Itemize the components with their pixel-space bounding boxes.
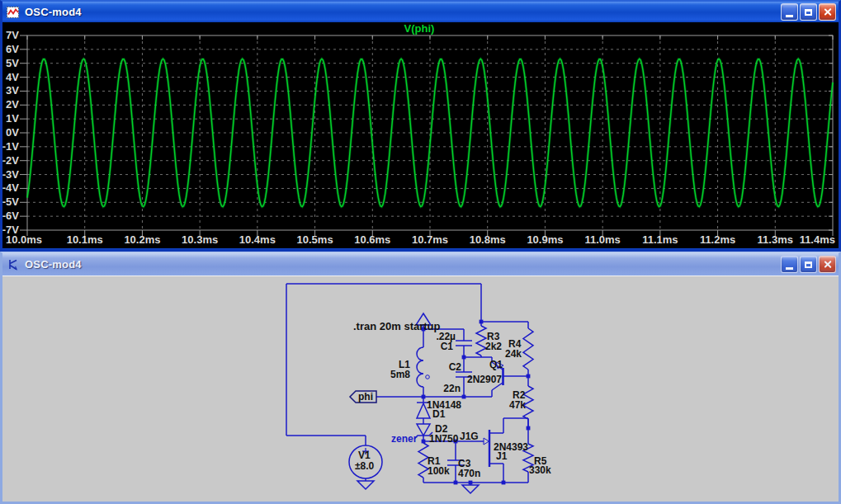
y-axis-label: 0V xyxy=(6,126,19,139)
minimize-icon xyxy=(786,267,793,270)
schematic-label[interactable]: 47k xyxy=(509,399,526,411)
x-axis-label: 10.1ms xyxy=(67,233,103,246)
schematic-label[interactable]: phi xyxy=(358,391,373,403)
x-axis-label: 10.9ms xyxy=(527,233,563,246)
x-axis-label: 10.2ms xyxy=(124,233,160,246)
inductor-phase-dot xyxy=(426,375,430,379)
junction-dot xyxy=(422,440,426,444)
schematic-window-titlebar[interactable]: OSC-mod4 xyxy=(2,253,839,276)
schematic-label[interactable]: ±8.0 xyxy=(355,460,375,472)
ground-symbol xyxy=(462,485,479,493)
schematic-label[interactable]: 5m8 xyxy=(390,369,410,380)
x-axis-label: 11.3ms xyxy=(758,233,793,246)
close-icon xyxy=(823,7,832,16)
plot-window: OSC-mod4 10.0ms10.1ms10.2ms10.3ms10.4ms1… xyxy=(0,0,841,252)
x-axis-label: 10.6ms xyxy=(354,233,390,246)
schematic-label[interactable]: 470n xyxy=(458,468,480,479)
trace-legend: V(phi) xyxy=(404,22,435,35)
y-axis-label: 4V xyxy=(6,71,19,83)
schematic-label[interactable]: Q1 xyxy=(489,359,503,370)
close-button[interactable] xyxy=(819,3,836,21)
minimize-button[interactable] xyxy=(781,3,798,21)
junction-dot xyxy=(502,481,506,485)
schematic-label[interactable]: 100k xyxy=(428,465,450,477)
schematic-window: OSC-mod4 .tran 20m startup.22µC1R32k2R42… xyxy=(0,252,841,504)
schematic-label[interactable]: 2k2 xyxy=(485,341,502,352)
junction-dot xyxy=(527,374,531,379)
schematic-label[interactable]: zener xyxy=(391,433,418,445)
y-axis-label: 6V xyxy=(6,43,19,55)
y-axis-label: -7V xyxy=(2,224,19,236)
schematic-label[interactable]: 1N750 xyxy=(429,433,459,445)
schematic-label[interactable]: D1 xyxy=(432,408,446,420)
inductor-body xyxy=(417,347,423,387)
schematic-label[interactable]: C2 xyxy=(449,361,462,373)
schematic-window-title: OSC-mod4 xyxy=(25,258,781,271)
x-axis-label: 10.3ms xyxy=(182,233,218,246)
x-axis-label: 11.1ms xyxy=(642,233,678,246)
plot-window-titlebar[interactable]: OSC-mod4 xyxy=(2,2,839,22)
schematic-label[interactable]: 22n xyxy=(443,383,461,394)
schematic-canvas[interactable]: .tran 20m startup.22µC1R32k2R424kL15m8C2… xyxy=(2,276,839,502)
schematic-label[interactable]: J1 xyxy=(496,450,508,462)
maximize-icon xyxy=(805,9,812,16)
y-axis-label: 1V xyxy=(6,112,19,125)
y-axis-label: 5V xyxy=(6,57,19,69)
schematic-label[interactable]: 2N2907 xyxy=(467,374,502,385)
junction-dot xyxy=(462,395,466,399)
schematic-label[interactable]: 24k xyxy=(505,348,522,360)
x-axis-label: 10.5ms xyxy=(297,233,333,246)
junction-dot xyxy=(462,356,466,360)
junction-dot xyxy=(454,481,458,485)
waveform-plot[interactable]: 10.0ms10.1ms10.2ms10.3ms10.4ms10.5ms10.6… xyxy=(2,22,839,248)
schematic-label[interactable]: J1G xyxy=(460,431,479,442)
schematic-edit-area[interactable]: .tran 20m startup.22µC1R32k2R424kL15m8C2… xyxy=(2,276,839,502)
junction-dot xyxy=(469,481,473,485)
y-axis-label: 3V xyxy=(6,84,19,97)
ground-symbol xyxy=(357,481,374,489)
y-axis-label: -2V xyxy=(2,154,19,167)
waveform-chart-icon xyxy=(7,6,20,19)
jfet-gate-arrow xyxy=(484,438,489,445)
schematic-label[interactable]: V1 xyxy=(358,450,371,461)
maximize-button[interactable] xyxy=(800,3,817,21)
junction-dot xyxy=(527,426,531,431)
y-axis-label: -6V xyxy=(2,210,19,222)
maximize-icon xyxy=(805,261,812,268)
close-icon xyxy=(823,260,832,269)
y-axis-label: 2V xyxy=(6,98,19,111)
junction-dot xyxy=(422,395,426,399)
y-axis-label: -1V xyxy=(2,140,19,153)
minimize-button[interactable] xyxy=(781,256,798,273)
y-axis-label: -4V xyxy=(2,181,19,194)
x-axis-label: 11.2ms xyxy=(700,233,735,246)
plot-window-title: OSC-mod4 xyxy=(25,6,781,18)
x-axis-label: 10.4ms xyxy=(239,233,276,246)
resistor-body xyxy=(523,328,533,370)
minimize-icon xyxy=(786,15,793,17)
x-axis-label: 11.0ms xyxy=(584,233,620,246)
y-axis-label: -5V xyxy=(2,195,19,208)
schematic-label[interactable]: C1 xyxy=(441,341,454,352)
y-axis-label: 7V xyxy=(6,29,19,41)
x-axis-label: 10.8ms xyxy=(470,233,506,246)
waveform-plot-area[interactable]: 10.0ms10.1ms10.2ms10.3ms10.4ms10.5ms10.6… xyxy=(2,22,839,248)
transistor-schematic-icon xyxy=(7,258,20,271)
zener-body xyxy=(417,424,430,436)
schematic-label[interactable]: 330k xyxy=(529,464,551,476)
schematic-label[interactable]: .tran 20m startup xyxy=(353,320,441,332)
x-axis-label: 11.4ms xyxy=(800,233,835,246)
maximize-button[interactable] xyxy=(800,256,817,273)
junction-dot xyxy=(480,320,484,324)
x-axis-label: 10.7ms xyxy=(412,233,448,246)
close-button[interactable] xyxy=(819,256,836,273)
y-axis-label: -3V xyxy=(2,168,19,181)
